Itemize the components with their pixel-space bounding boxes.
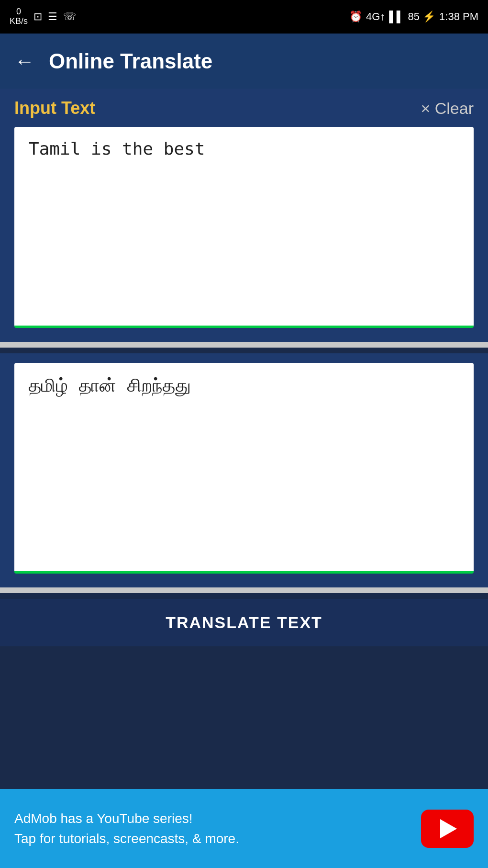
back-button[interactable]: ← xyxy=(14,50,34,73)
bottom-divider xyxy=(0,587,488,593)
youtube-button[interactable] xyxy=(421,810,474,848)
screenshot-icon: ⊡ xyxy=(33,11,42,23)
output-section: தமிழ் தான் சிறந்தது xyxy=(0,353,488,587)
play-icon xyxy=(440,819,457,838)
phone-icon: ☏ xyxy=(63,11,77,23)
ad-banner[interactable]: AdMob has a YouTube series! Tap for tuto… xyxy=(0,789,488,868)
kb-indicator: 0KB/s xyxy=(10,7,28,26)
android-icon: ☰ xyxy=(48,11,57,23)
alarm-icon: ⏰ xyxy=(349,11,362,23)
translate-area: TRANSLATE TEXT xyxy=(0,599,488,646)
input-header: Input Text × Clear xyxy=(14,98,474,118)
app-bar: ← Online Translate xyxy=(0,34,488,89)
app-title: Online Translate xyxy=(49,49,212,73)
ad-line2: Tap for tutorials, screencasts, & more. xyxy=(14,831,239,846)
input-textarea[interactable]: Tamil is the best xyxy=(14,127,474,328)
time-display: 1:38 PM xyxy=(439,11,478,23)
ad-line1: AdMob has a YouTube series! xyxy=(14,811,193,826)
signal-icon: ▌▌ xyxy=(389,11,404,23)
status-bar: 0KB/s ⊡ ☰ ☏ ⏰ 4G↑ ▌▌ 85 ⚡ 1:38 PM xyxy=(0,0,488,34)
input-section: Input Text × Clear Tamil is the best xyxy=(0,89,488,342)
battery-indicator: 85 ⚡ xyxy=(408,11,435,23)
translate-button[interactable]: TRANSLATE TEXT xyxy=(166,613,322,632)
input-label: Input Text xyxy=(14,98,95,118)
section-divider xyxy=(0,342,488,348)
output-textarea[interactable]: தமிழ் தான் சிறந்தது xyxy=(14,363,474,574)
status-left: 0KB/s ⊡ ☰ ☏ xyxy=(10,7,77,26)
clear-button[interactable]: × Clear xyxy=(421,99,474,118)
status-right: ⏰ 4G↑ ▌▌ 85 ⚡ 1:38 PM xyxy=(349,11,478,23)
network-4g-icon: 4G↑ xyxy=(366,11,385,23)
ad-text: AdMob has a YouTube series! Tap for tuto… xyxy=(14,809,421,849)
